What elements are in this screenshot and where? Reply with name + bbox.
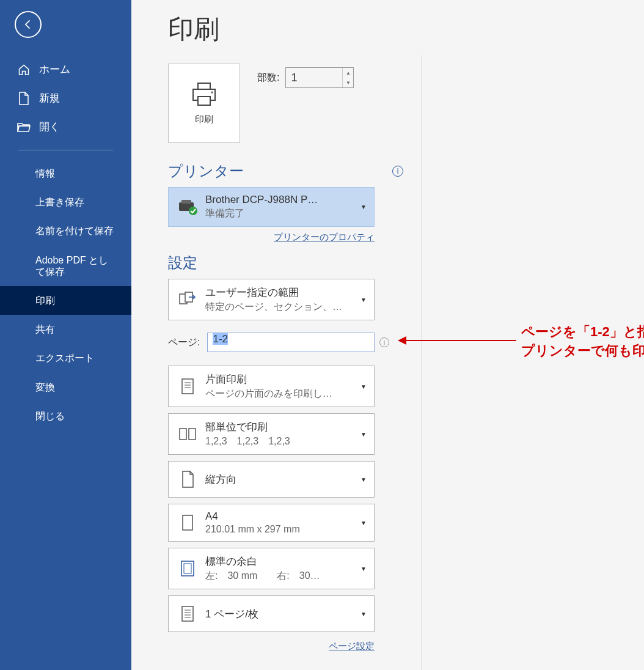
single-side-icon — [176, 375, 199, 398]
chevron-down-icon: ▼ — [360, 296, 367, 303]
copies-up-icon[interactable]: ▲ — [343, 68, 353, 78]
printer-status: 準備完了 — [205, 207, 360, 220]
printer-section-title: プリンター — [168, 161, 244, 181]
info-icon[interactable]: i — [392, 166, 403, 177]
main-area: 印刷 印刷 部数: 1 ▲ ▼ — [131, 0, 644, 670]
print-range-dropdown[interactable]: ユーザー指定の範囲 特定のページ、セクション、… ▼ — [168, 279, 375, 320]
nav-label: ホーム — [39, 62, 70, 76]
settings-section-title: 設定 — [168, 253, 403, 273]
backstage-sidebar: ホーム新規開く 情報上書き保存名前を付けて保存Adobe PDF として保存印刷… — [0, 0, 131, 670]
svg-rect-2 — [198, 97, 210, 105]
pages-per-sheet-dropdown[interactable]: 1 ページ/枚 ▼ — [168, 595, 375, 632]
nav-sub-item[interactable]: 上書き保存 — [0, 188, 131, 216]
printer-name: Brother DCP-J988N P… — [205, 194, 360, 206]
nav-sub-item[interactable]: 閉じる — [0, 402, 131, 430]
margins-dropdown[interactable]: 標準の余白 左: 30 mm 右: 30… ▼ — [168, 548, 375, 589]
svg-rect-13 — [180, 429, 186, 440]
print-preview-area — [422, 55, 644, 670]
nav-label: 上書き保存 — [35, 196, 84, 208]
nav-sub-item[interactable]: 印刷 — [0, 286, 131, 315]
printer-icon — [189, 82, 219, 106]
one-per-sheet-icon — [176, 602, 199, 625]
svg-rect-9 — [182, 379, 193, 394]
nav-label: Adobe PDF として保存 — [35, 254, 114, 278]
nav-sub-item[interactable]: 情報 — [0, 159, 131, 188]
arrow-left-icon — [22, 18, 34, 31]
back-button[interactable] — [15, 11, 42, 38]
info-icon[interactable]: i — [379, 337, 389, 347]
nav-label: 名前を付けて保存 — [35, 225, 114, 237]
nav-item-home[interactable]: ホーム — [0, 55, 131, 84]
margins-icon — [176, 557, 199, 580]
doc-new-icon — [17, 92, 31, 105]
nav-label: 情報 — [35, 167, 55, 179]
collate-dropdown[interactable]: 部単位で印刷 1,2,3 1,2,3 1,2,3 ▼ — [168, 413, 375, 455]
nav-label: 共有 — [35, 323, 55, 335]
pages-range-icon — [176, 288, 199, 311]
copies-down-icon[interactable]: ▼ — [343, 78, 353, 87]
nav-sub-item[interactable]: 名前を付けて保存 — [0, 216, 131, 245]
printer-status-icon — [176, 196, 199, 219]
chevron-down-icon: ▼ — [360, 565, 367, 572]
printer-properties-link[interactable]: プリンターのプロパティ — [274, 232, 375, 242]
orientation-dropdown[interactable]: 縦方向 ▼ — [168, 461, 375, 498]
nav-item-doc-new[interactable]: 新規 — [0, 84, 131, 112]
svg-rect-5 — [181, 200, 191, 204]
svg-rect-14 — [189, 429, 196, 440]
copies-value: 1 — [286, 72, 342, 84]
nav-sub-item[interactable]: Adobe PDF として保存 — [0, 246, 131, 286]
nav-label: 印刷 — [35, 295, 55, 306]
pages-input[interactable]: 1-2 — [207, 333, 375, 352]
svg-rect-18 — [182, 606, 193, 621]
chevron-down-icon: ▼ — [360, 520, 367, 526]
svg-point-3 — [211, 91, 213, 93]
print-side-dropdown[interactable]: 片面印刷 ページの片面のみを印刷し… ▼ — [168, 366, 375, 407]
printer-dropdown[interactable]: Brother DCP-J988N P… 準備完了 ▼ — [168, 187, 375, 227]
chevron-down-icon: ▼ — [360, 431, 367, 438]
svg-rect-15 — [183, 515, 192, 530]
svg-point-6 — [189, 207, 197, 215]
copies-input[interactable]: 1 ▲ ▼ — [285, 67, 354, 88]
print-button-label: 印刷 — [195, 114, 213, 125]
collate-icon — [176, 422, 199, 446]
chevron-down-icon: ▼ — [360, 204, 367, 210]
svg-rect-17 — [184, 564, 191, 573]
page-title: 印刷 — [168, 12, 403, 46]
svg-rect-0 — [198, 83, 210, 89]
paper-size-dropdown[interactable]: A4 210.01 mm x 297 mm ▼ — [168, 504, 375, 542]
folder-open-icon — [17, 120, 31, 134]
copies-label: 部数: — [257, 72, 279, 84]
nav-label: 閉じる — [35, 410, 65, 422]
print-button[interactable]: 印刷 — [168, 64, 240, 143]
nav-label: エクスポート — [35, 352, 94, 364]
nav-sub-item[interactable]: 共有 — [0, 315, 131, 344]
chevron-down-icon: ▼ — [360, 383, 367, 390]
pages-label: ページ: — [168, 336, 200, 349]
nav-sub-item[interactable]: 変換 — [0, 373, 131, 402]
chevron-down-icon: ▼ — [360, 611, 367, 617]
portrait-icon — [176, 468, 199, 491]
page-setup-link[interactable]: ページ設定 — [329, 641, 375, 651]
nav-item-folder-open[interactable]: 開く — [0, 112, 131, 141]
home-icon — [17, 63, 31, 76]
nav-label: 変換 — [35, 381, 55, 393]
print-panel: 印刷 印刷 部数: 1 ▲ ▼ — [131, 0, 422, 670]
paper-icon — [176, 511, 199, 534]
nav-sub-item[interactable]: エクスポート — [0, 344, 131, 372]
chevron-down-icon: ▼ — [360, 476, 367, 483]
nav-divider — [18, 150, 113, 150]
nav-label: 開く — [39, 120, 60, 134]
nav-label: 新規 — [39, 91, 60, 105]
